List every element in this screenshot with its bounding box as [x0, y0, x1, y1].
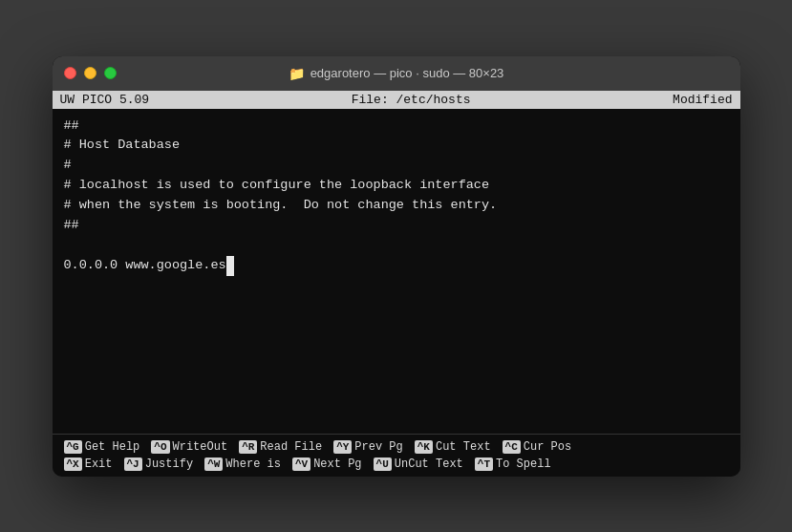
label-to-spell: To Spell	[496, 458, 551, 471]
label-where-is: Where is	[225, 458, 281, 471]
pico-footer: ^G Get Help ^O WriteOut ^R Read File ^Y …	[53, 434, 740, 477]
titlebar-label: edgarotero — pico · sudo — 80×23	[310, 66, 504, 80]
cmd-justify[interactable]: ^J Justify	[120, 456, 202, 473]
footer-row-1: ^G Get Help ^O WriteOut ^R Read File ^Y …	[60, 438, 733, 456]
cmd-read-file[interactable]: ^R Read File	[235, 438, 330, 456]
footer-row-2: ^X Exit ^J Justify ^W Where is ^V Next P…	[60, 456, 733, 473]
key-c: ^C	[503, 440, 521, 454]
line-4: # localhost is used to configure the loo…	[64, 176, 729, 196]
traffic-lights	[64, 67, 117, 79]
line-1: ##	[64, 117, 729, 137]
label-get-help: Get Help	[85, 440, 140, 454]
close-button[interactable]	[64, 67, 76, 79]
cmd-writeout[interactable]: ^O WriteOut	[147, 438, 235, 456]
line-7	[64, 236, 729, 256]
key-k: ^K	[415, 440, 433, 454]
minimize-button[interactable]	[84, 67, 96, 79]
key-r: ^R	[239, 440, 257, 454]
key-v: ^V	[292, 458, 310, 471]
label-cur-pos: Cur Pos	[524, 440, 571, 454]
pico-header-bar: UW PICO 5.09 File: /etc/hosts Modified	[53, 91, 740, 109]
key-t: ^T	[475, 458, 493, 471]
line-8: 0.0.0.0 www.google.es	[64, 256, 729, 276]
key-y: ^Y	[333, 440, 352, 454]
key-j: ^J	[124, 458, 142, 471]
key-x: ^X	[64, 458, 82, 471]
line-6: ##	[64, 216, 729, 236]
pico-file: File: /etc/hosts	[352, 93, 471, 107]
key-w: ^W	[204, 458, 223, 471]
cmd-cur-pos[interactable]: ^C Cur Pos	[499, 438, 580, 456]
cmd-prev-pg[interactable]: ^Y Prev Pg	[330, 438, 411, 456]
pico-status: Modified	[673, 93, 732, 107]
cmd-uncut-text[interactable]: ^U UnCut Text	[370, 456, 471, 473]
label-exit: Exit	[85, 458, 113, 471]
titlebar: 📁 edgarotero — pico · sudo — 80×23	[53, 56, 740, 91]
cmd-where-is[interactable]: ^W Where is	[201, 456, 289, 473]
cmd-exit[interactable]: ^X Exit	[60, 456, 120, 473]
label-writeout: WriteOut	[173, 440, 228, 454]
label-justify: Justify	[145, 458, 193, 471]
cmd-cut-text[interactable]: ^K Cut Text	[411, 438, 499, 456]
maximize-button[interactable]	[104, 67, 117, 79]
label-cut-text: Cut Text	[436, 440, 491, 454]
folder-icon: 📁	[289, 66, 305, 81]
label-uncut-text: UnCut Text	[395, 458, 463, 471]
text-cursor	[226, 256, 234, 276]
key-u: ^U	[374, 458, 392, 471]
titlebar-text: 📁 edgarotero — pico · sudo — 80×23	[289, 66, 504, 81]
terminal-window: 📁 edgarotero — pico · sudo — 80×23 UW PI…	[53, 56, 740, 477]
key-o: ^O	[151, 440, 169, 454]
label-next-pg: Next Pg	[313, 458, 361, 471]
cmd-next-pg[interactable]: ^V Next Pg	[289, 456, 370, 473]
editor-content[interactable]: ## # Host Database # # localhost is used…	[53, 109, 740, 434]
cmd-get-help[interactable]: ^G Get Help	[60, 438, 148, 456]
label-prev-pg: Prev Pg	[354, 440, 402, 454]
pico-editor[interactable]: UW PICO 5.09 File: /etc/hosts Modified #…	[53, 91, 740, 477]
key-g: ^G	[64, 440, 82, 454]
line-3: #	[64, 156, 729, 176]
pico-version: UW PICO 5.09	[60, 93, 150, 107]
label-read-file: Read File	[260, 440, 322, 454]
line-5: # when the system is booting. Do not cha…	[64, 196, 729, 216]
cmd-to-spell[interactable]: ^T To Spell	[471, 456, 559, 473]
line-2: # Host Database	[64, 136, 729, 156]
